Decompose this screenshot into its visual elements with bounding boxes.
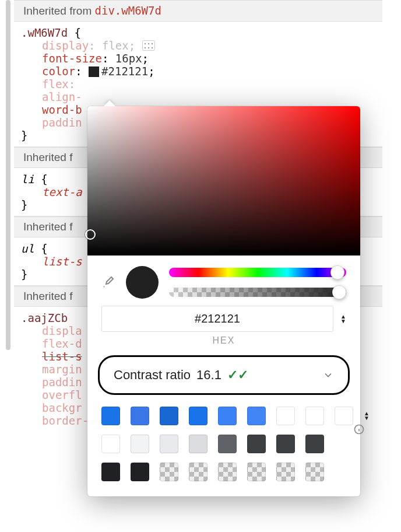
flex-editor-icon[interactable] — [142, 40, 155, 51]
hex-input[interactable] — [101, 306, 333, 332]
palette-swatch[interactable] — [218, 463, 237, 481]
palette-swatch[interactable] — [247, 463, 266, 481]
palette-row — [101, 435, 346, 453]
palette-swatch[interactable] — [218, 435, 237, 453]
prop-flex[interactable]: flex: — [42, 78, 379, 90]
palette-swatch[interactable] — [160, 435, 178, 453]
palette-swatch[interactable] — [160, 407, 178, 425]
palette-swatch[interactable] — [131, 435, 149, 453]
palette-swatch[interactable] — [276, 435, 295, 453]
inherited-label: Inherited from — [23, 5, 95, 17]
chevron-down-icon[interactable]: ▼ — [340, 319, 346, 324]
palette-swatch[interactable] — [247, 435, 266, 453]
color-format-label: HEX — [87, 335, 360, 353]
eyedropper-icon[interactable] — [101, 275, 115, 289]
info-icon[interactable] — [353, 424, 365, 435]
hue-slider[interactable] — [169, 268, 346, 277]
palette-swatch[interactable] — [276, 407, 295, 425]
inherited-label: Inherited f — [23, 290, 73, 302]
palette-stepper[interactable]: ▲ ▼ — [364, 411, 370, 421]
palette-swatch[interactable] — [189, 407, 207, 425]
contrast-pass-icon: ✓✓ — [227, 368, 248, 383]
palette-row — [101, 463, 346, 481]
color-swatch[interactable] — [89, 66, 99, 77]
contrast-label: Contrast ratio — [114, 368, 191, 383]
palette-swatch[interactable] — [131, 407, 149, 425]
inherited-header-1[interactable]: Inherited from div.wM6W7d — [14, 0, 382, 22]
saturation-handle[interactable] — [85, 229, 96, 240]
inherited-class: .wM6W7d — [115, 4, 161, 17]
palette-swatch[interactable] — [247, 407, 266, 425]
palette-swatch[interactable] — [101, 407, 120, 425]
open-brace: { — [75, 26, 81, 39]
contrast-ratio: 16.1 — [196, 368, 221, 383]
palette-swatch[interactable] — [305, 407, 324, 425]
inherited-label: Inherited f — [23, 220, 73, 233]
prop-display[interactable]: display: flex; — [42, 39, 379, 52]
selector: .aajZCb — [21, 312, 68, 324]
chevron-down-icon[interactable] — [322, 369, 334, 381]
palette-swatch[interactable] — [305, 435, 324, 453]
chevron-down-icon[interactable]: ▼ — [364, 416, 370, 421]
inherited-tag: div — [95, 4, 115, 17]
palette-swatch[interactable] — [131, 463, 149, 481]
contrast-section[interactable]: Contrast ratio 16.1 ✓✓ — [98, 355, 350, 395]
palette-swatch[interactable] — [160, 463, 178, 481]
palette-swatch[interactable] — [218, 407, 237, 425]
prop-color[interactable]: color: #212121; — [42, 65, 379, 78]
alpha-knob[interactable] — [332, 285, 346, 299]
selector: ul — [21, 242, 34, 255]
inherited-label: Inherited f — [23, 151, 73, 163]
saturation-field[interactable] — [87, 106, 360, 256]
format-stepper[interactable]: ▲ ▼ — [340, 314, 346, 324]
palette-swatch[interactable] — [101, 463, 120, 481]
hue-knob[interactable] — [330, 265, 344, 279]
palette-row: ▲ ▼ — [101, 407, 346, 425]
palette-swatch[interactable] — [189, 463, 207, 481]
palette-swatch[interactable] — [335, 407, 353, 425]
prop-font-size[interactable]: font-size: 16px; — [42, 52, 379, 65]
color-palette: ▲ ▼ — [87, 397, 360, 496]
palette-swatch[interactable] — [101, 435, 120, 453]
palette-swatch[interactable] — [189, 435, 207, 453]
palette-swatch[interactable] — [276, 463, 295, 481]
selector: .wM6W7d — [21, 26, 68, 39]
palette-swatch[interactable] — [305, 463, 324, 481]
color-picker: ▲ ▼ HEX Contrast ratio 16.1 ✓✓ ▲ ▼ — [87, 106, 360, 496]
selector: li — [21, 173, 34, 186]
alpha-slider[interactable] — [169, 288, 346, 297]
overflow-gutter — [6, 0, 10, 350]
current-color-swatch — [126, 266, 159, 299]
prop-align[interactable]: align- — [42, 90, 379, 103]
